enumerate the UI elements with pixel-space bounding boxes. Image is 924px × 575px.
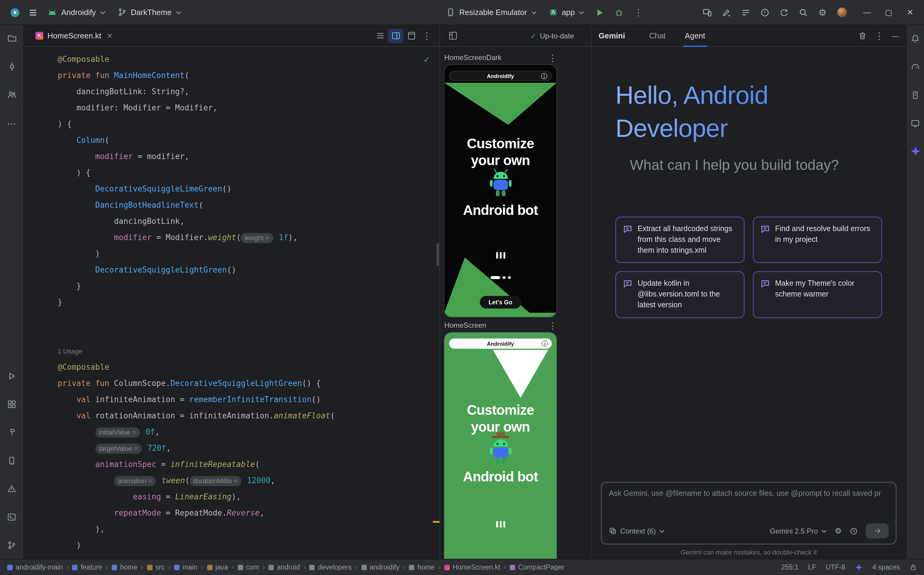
send-button[interactable] [866, 523, 889, 538]
breadcrumb-item[interactable]: com [237, 564, 259, 571]
project-selector[interactable]: Androidify [42, 5, 111, 20]
preview-status-label: Up-to-date [540, 32, 574, 40]
module-name: app [561, 8, 574, 17]
breadcrumb-item[interactable]: home [409, 564, 435, 571]
breadcrumb-item[interactable]: home [112, 564, 137, 571]
commit-tool-button[interactable] [5, 60, 18, 73]
run-button[interactable] [591, 4, 609, 21]
running-devices-button[interactable] [909, 116, 922, 130]
preview-status: ✓ Up-to-date [530, 32, 574, 40]
profile-button[interactable] [833, 4, 851, 21]
suggestion-card[interactable]: Extract all hardcoded strings from this … [615, 217, 744, 263]
tab-label: HomeScreen.kt [48, 31, 101, 40]
breadcrumb-item[interactable]: androidify [361, 564, 399, 571]
run-more-actions-button[interactable]: ⋮ [630, 4, 647, 21]
code-content[interactable]: @Composableprivate fun MainHomeContent( … [24, 47, 439, 559]
window-close-button[interactable]: ✕ [900, 3, 921, 21]
settings-button[interactable]: ⚙ [814, 4, 832, 21]
device-streaming-button[interactable] [698, 4, 716, 21]
sync-project-button[interactable] [775, 4, 793, 21]
device-manager-tool-button[interactable] [5, 454, 18, 467]
notifications-button[interactable] [909, 32, 922, 45]
services-tool-button[interactable] [5, 397, 18, 411]
editor-view-design-button[interactable] [404, 29, 419, 43]
preview-label-row: HomeScreen ⋮ [444, 318, 557, 332]
model-selector[interactable]: Gemini 2.5 Pro [770, 527, 827, 535]
search-everywhere-button[interactable] [794, 4, 812, 21]
editor-more-button[interactable]: ⋮ [419, 29, 435, 43]
history-icon[interactable] [849, 527, 858, 535]
editor-view-code-button[interactable] [372, 29, 388, 43]
more-tool-windows-button[interactable]: ⋯ [5, 116, 18, 130]
page-indicator [490, 276, 511, 279]
problems-tool-button[interactable] [5, 482, 18, 495]
inspections-ok-icon[interactable]: ✓ [423, 55, 430, 64]
preview-layout-icon[interactable] [448, 31, 458, 40]
build-tool-button[interactable] [5, 426, 18, 439]
chevron-down-icon [822, 529, 827, 533]
main-menu-button[interactable] [24, 4, 42, 21]
preview-more-icon[interactable]: ⋮ [548, 321, 557, 330]
prompt-settings-icon[interactable]: ⚙ [835, 527, 842, 535]
collaboration-tool-button[interactable] [5, 88, 18, 102]
branch-name: DarkTheme [131, 8, 172, 17]
suggestion-card[interactable]: Find and resolve build errors in my proj… [753, 217, 882, 263]
caret-position[interactable]: 255:1 [781, 564, 798, 571]
logcat-button[interactable] [737, 4, 755, 21]
breadcrumb-item[interactable]: android [269, 564, 300, 571]
android-bot-cowboy-image [488, 432, 513, 465]
ai-status-icon[interactable] [855, 563, 863, 571]
app-insights-button[interactable] [756, 4, 774, 21]
breadcrumb-item[interactable]: developers [310, 564, 352, 571]
android-bot-image [488, 168, 513, 197]
window-minimize-button[interactable]: — [857, 3, 877, 21]
suggestion-card-text: Update kotlin in @libs.version.toml to t… [638, 279, 737, 311]
tab-homescreen-kt[interactable]: K HomeScreen.kt ✕ [29, 25, 119, 46]
suggestion-card[interactable]: Make my Theme's color scheme warmer [753, 272, 882, 318]
gemini-tool-button[interactable] [909, 145, 922, 158]
tab-chat[interactable]: Chat [647, 25, 668, 46]
breadcrumb-item[interactable]: HomeScreen.kt [444, 564, 501, 571]
package-icon [237, 564, 243, 570]
gradle-tool-button[interactable] [909, 60, 922, 73]
project-tool-button[interactable] [5, 32, 18, 45]
line-ending-indicator[interactable]: LF [808, 564, 816, 571]
breadcrumb-item[interactable]: java [207, 564, 228, 571]
indent-indicator[interactable]: 4 spaces [872, 564, 900, 571]
window-maximize-button[interactable]: ▢ [878, 3, 899, 21]
suggestion-card[interactable]: Update kotlin in @libs.version.toml to t… [615, 272, 744, 318]
breadcrumb-item[interactable]: CompactPager [510, 564, 564, 571]
run-configuration-selector[interactable]: app [543, 5, 590, 20]
terminal-icon [7, 512, 16, 521]
lock-icon[interactable] [910, 564, 917, 571]
editor-view-split-button[interactable] [388, 29, 404, 43]
tab-agent[interactable]: Agent [682, 25, 708, 46]
debug-button[interactable] [610, 4, 628, 21]
version-control-tool-button[interactable] [5, 538, 18, 551]
editor-scrollbar[interactable] [436, 243, 439, 266]
info-icon: ⓘ [541, 72, 547, 81]
context-selector[interactable]: Context (6) [609, 527, 665, 535]
device-explorer-button[interactable] [909, 88, 922, 102]
ai-actions-button[interactable] [717, 4, 735, 21]
encoding-indicator[interactable]: UTF-8 [826, 564, 845, 571]
preview-scroll-area[interactable]: HomeScreenDark ⋮ Androidify ⓘ Customize … [440, 47, 591, 559]
preview-more-icon[interactable]: ⋮ [548, 53, 557, 62]
breadcrumb-item[interactable]: src [147, 564, 165, 571]
trash-icon[interactable] [858, 31, 867, 40]
gemini-more-icon[interactable]: ⋮ [875, 31, 884, 40]
breadcrumb-item[interactable]: androidify-main [7, 564, 63, 571]
breadcrumb: androidify-main›feature›home›src›main›ja… [7, 564, 770, 571]
ai-pencil-icon [722, 8, 731, 17]
gemini-prompt-input[interactable]: Ask Gemini, use @filename to attach sour… [601, 482, 896, 545]
vcs-branch-selector[interactable]: DarkTheme [112, 5, 187, 20]
breadcrumb-item[interactable]: main [174, 564, 197, 571]
terminal-tool-button[interactable] [5, 510, 18, 523]
tab-close-icon[interactable]: ✕ [107, 32, 113, 40]
run-tool-button[interactable] [5, 369, 18, 382]
hide-panel-icon[interactable]: — [892, 32, 899, 39]
breadcrumb-item[interactable]: feature [72, 564, 102, 571]
chevron-down-icon [176, 11, 181, 14]
editor-pane: K HomeScreen.kt ✕ ⋮ @Composableprivate f… [24, 25, 439, 559]
device-selector[interactable]: Resizable Emulator [441, 5, 542, 20]
